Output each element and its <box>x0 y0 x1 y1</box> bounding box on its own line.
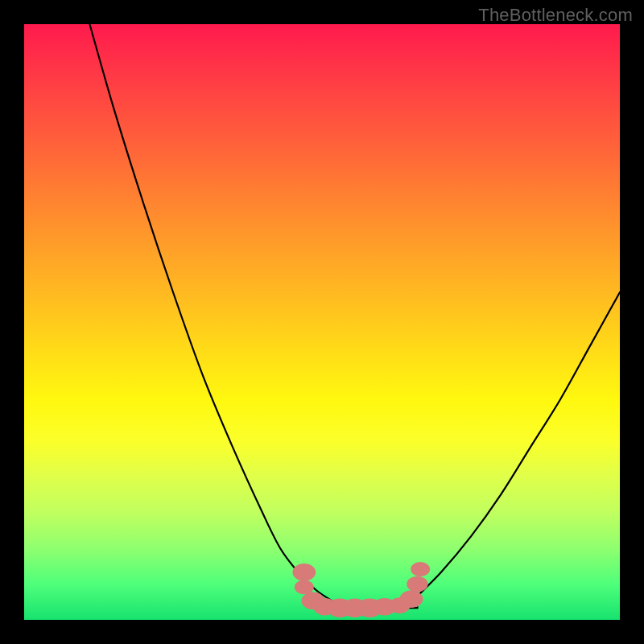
bottleneck-path <box>89 24 620 608</box>
attribution-text: TheBottleneck.com <box>478 5 633 26</box>
chart-frame: TheBottleneck.com <box>0 0 644 644</box>
bottleneck-curve <box>24 24 620 620</box>
trough-marker <box>400 590 423 608</box>
gradient-plot-area <box>24 24 620 620</box>
trough-marker <box>411 562 430 576</box>
trough-marker <box>295 580 314 594</box>
trough-marker <box>407 576 427 592</box>
trough-marker <box>292 564 316 581</box>
